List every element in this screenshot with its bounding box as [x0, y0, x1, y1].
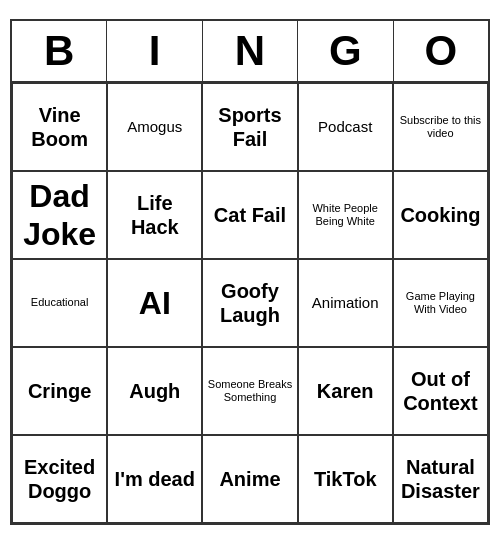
cell-text-1: Amogus [127, 118, 182, 136]
bingo-cell-20: Excited Doggo [12, 435, 107, 523]
cell-text-12: Goofy Laugh [207, 279, 292, 327]
bingo-letter-n: N [203, 21, 298, 81]
cell-text-19: Out of Context [398, 367, 483, 415]
cell-text-7: Cat Fail [214, 203, 286, 227]
bingo-cell-14: Game Playing With Video [393, 259, 488, 347]
cell-text-2: Sports Fail [207, 103, 292, 151]
cell-text-23: TikTok [314, 467, 377, 491]
bingo-cell-13: Animation [298, 259, 393, 347]
cell-text-14: Game Playing With Video [398, 290, 483, 316]
cell-text-9: Cooking [400, 203, 480, 227]
bingo-cell-4: Subscribe to this video [393, 83, 488, 171]
bingo-letter-o: O [394, 21, 488, 81]
bingo-card: BINGO Vine BoomAmogusSports FailPodcastS… [10, 19, 490, 525]
bingo-letter-b: B [12, 21, 107, 81]
cell-text-21: I'm dead [115, 467, 195, 491]
cell-text-16: Augh [129, 379, 180, 403]
cell-text-11: AI [139, 284, 171, 322]
bingo-cell-3: Podcast [298, 83, 393, 171]
bingo-cell-10: Educational [12, 259, 107, 347]
cell-text-0: Vine Boom [17, 103, 102, 151]
bingo-letter-i: I [107, 21, 202, 81]
cell-text-24: Natural Disaster [398, 455, 483, 503]
bingo-cell-11: AI [107, 259, 202, 347]
cell-text-4: Subscribe to this video [398, 114, 483, 140]
cell-text-20: Excited Doggo [17, 455, 102, 503]
bingo-cell-2: Sports Fail [202, 83, 297, 171]
cell-text-6: Life Hack [112, 191, 197, 239]
bingo-cell-15: Cringe [12, 347, 107, 435]
bingo-cell-19: Out of Context [393, 347, 488, 435]
bingo-cell-8: White People Being White [298, 171, 393, 259]
cell-text-10: Educational [31, 296, 89, 309]
cell-text-15: Cringe [28, 379, 91, 403]
bingo-cell-24: Natural Disaster [393, 435, 488, 523]
bingo-cell-1: Amogus [107, 83, 202, 171]
bingo-cell-12: Goofy Laugh [202, 259, 297, 347]
bingo-cell-23: TikTok [298, 435, 393, 523]
cell-text-17: Someone Breaks Something [207, 378, 292, 404]
cell-text-22: Anime [219, 467, 280, 491]
cell-text-5: Dad Joke [17, 177, 102, 254]
bingo-cell-22: Anime [202, 435, 297, 523]
bingo-cell-17: Someone Breaks Something [202, 347, 297, 435]
cell-text-13: Animation [312, 294, 379, 312]
bingo-cell-7: Cat Fail [202, 171, 297, 259]
bingo-cell-6: Life Hack [107, 171, 202, 259]
bingo-grid: Vine BoomAmogusSports FailPodcastSubscri… [12, 83, 488, 523]
cell-text-3: Podcast [318, 118, 372, 136]
bingo-cell-9: Cooking [393, 171, 488, 259]
bingo-letter-g: G [298, 21, 393, 81]
bingo-cell-5: Dad Joke [12, 171, 107, 259]
bingo-cell-0: Vine Boom [12, 83, 107, 171]
cell-text-8: White People Being White [303, 202, 388, 228]
cell-text-18: Karen [317, 379, 374, 403]
bingo-cell-21: I'm dead [107, 435, 202, 523]
bingo-cell-18: Karen [298, 347, 393, 435]
bingo-cell-16: Augh [107, 347, 202, 435]
bingo-header: BINGO [12, 21, 488, 83]
